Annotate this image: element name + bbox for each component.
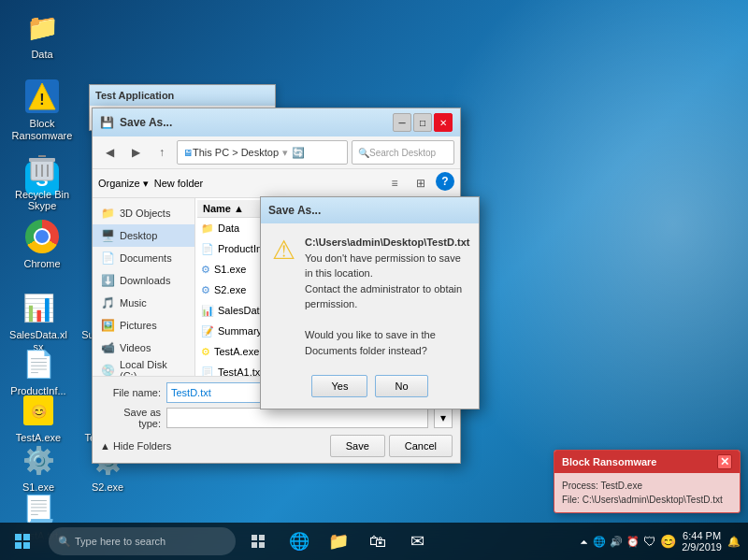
notify-file: File: C:\Users\admin\Desktop\TestD.txt [562,493,732,507]
permission-message1: You don't have permission to save in thi… [305,251,469,281]
search-icon: 🔍 [58,536,71,548]
organize-button[interactable]: Organize ▾ [98,178,149,190]
tray-volume-icon[interactable]: 🔊 [610,536,623,548]
svg-rect-17 [252,542,257,548]
location-text: This PC > Desktop [193,147,279,158]
permission-buttons: Yes No [261,369,479,409]
desktop-icon-nav: 🖥️ [100,228,115,243]
desktop: 📁 Data ! Block Ransomware S Skype [0,0,748,560]
task-view-button[interactable] [239,523,277,560]
search-placeholder: Search Desktop [369,148,436,158]
icon-label-s2-exe: S2.exe [92,481,123,494]
notify-title: Block Ransomware [562,456,656,467]
warning-icon: ⚠ [272,235,295,358]
local-c-icon: 💿 [100,363,115,376]
tray-ransomware-icon[interactable]: 🛡 [643,534,656,549]
permission-path: C:\Users\admin\Desktop\TestD.txt [305,235,469,251]
no-button[interactable]: No [375,375,427,397]
system-tray: ⏶ 🌐 🔊 ⏰ 🛡 😊 [580,534,676,549]
taskbar: 🔍 Type here to search 🌐 📁 🛍 ✉ ⏶ 🌐 🔊 [0,523,748,560]
savetype-dropdown[interactable]: ▾ [434,408,453,428]
date-display: 2/9/2019 [682,541,722,553]
save-as-titlebar: 💾 Save As... ─ □ ✕ [93,108,460,136]
search-bar[interactable]: 🔍 Search Desktop [352,140,454,165]
notify-close-button[interactable]: ✕ [717,454,732,469]
dialog-maximize-button[interactable]: □ [413,113,432,132]
nav-downloads[interactable]: ⬇️ Downloads [93,269,194,292]
start-button[interactable] [0,523,45,560]
icon-label-recycle-bin: Recycle Bin [15,189,69,201]
yes-button[interactable]: Yes [311,375,367,397]
notify-process: Process: TestD.exe [562,479,732,493]
back-button[interactable]: ◀ [98,141,121,164]
svg-rect-16 [259,535,265,540]
taskbar-edge-icon[interactable]: 🌐 [280,523,318,560]
dialog-toolbar2: Organize ▾ New folder ≡ ⊞ ? [93,169,460,198]
taskbar-search[interactable]: 🔍 Type here to search [49,527,236,555]
svg-text:!: ! [39,92,44,108]
dialog-window-controls: ─ □ ✕ [393,113,453,132]
taskbar-clock[interactable]: 6:44 PM 2/9/2019 [682,530,722,553]
hide-folders-toggle[interactable]: ▲ Hide Folders [100,440,171,452]
taskbar-folder-icon[interactable]: 📁 [320,523,357,560]
notify-header: Block Ransomware ✕ [554,451,740,473]
up-button[interactable]: ↑ [151,141,173,164]
help-button[interactable]: ? [436,172,454,191]
notify-body: Process: TestD.exe File: C:\Users\admin\… [554,473,740,512]
nav-local-c[interactable]: 💿 Local Disk (C:) [93,359,194,376]
ransomware-notification[interactable]: Block Ransomware ✕ Process: TestD.exe Fi… [554,450,741,513]
time-display: 6:44 PM [682,530,722,541]
3d-icon: 📁 [100,206,115,221]
view-mode-button[interactable]: ≡ [383,172,406,194]
save-button[interactable]: Save [330,435,385,457]
cancel-button[interactable]: Cancel [389,435,453,457]
taskbar-right: ⏶ 🌐 🔊 ⏰ 🛡 😊 6:44 PM 2/9/2019 🔔 [580,530,748,553]
svg-rect-15 [252,535,257,540]
desktop-icon-data[interactable]: 📁 Data [5,5,79,65]
permission-text: C:\Users\admin\Desktop\TestD.txt You don… [305,235,469,358]
permission-title: Save As... [268,204,321,217]
tray-smiley-icon[interactable]: 😊 [660,534,676,549]
tray-network-icon[interactable]: 🌐 [593,536,606,548]
desktop-icon-chrome[interactable]: Chrome [5,214,79,274]
save-as-title-text: 💾 Save As... [100,116,172,129]
search-placeholder-text: Type here to search [75,536,165,547]
nav-documents[interactable]: 📄 Documents [93,247,194,269]
forward-button[interactable]: ▶ [124,141,147,164]
permission-titlebar: Save As... [261,197,479,223]
test-app-titlebar: Test Application [90,85,275,106]
pictures-icon: 🖼️ [100,318,115,333]
tray-up-arrow[interactable]: ⏶ [580,537,589,547]
svg-rect-18 [259,542,265,548]
test-app-title: Test Application [95,90,174,101]
location-bar[interactable]: 🖥 This PC > Desktop ▾ 🔄 [177,140,348,165]
taskbar-store-icon[interactable]: 🛍 [359,523,396,560]
notification-button[interactable]: 🔔 [727,536,741,548]
icon-label-chrome: Chrome [23,258,60,270]
view-options-button[interactable]: ⊞ [410,172,432,194]
desktop-icon-block-ransomware[interactable]: ! Block Ransomware [5,74,79,146]
nav-3d-objects[interactable]: 📁 3D Objects [93,202,194,224]
videos-icon: 📹 [100,340,115,355]
dialog-footer-buttons: ▲ Hide Folders Save Cancel [100,435,453,457]
nav-pictures[interactable]: 🖼️ Pictures [93,314,194,337]
new-folder-button[interactable]: New folder [154,178,204,189]
desktop-icon-recycle-bin[interactable]: Recycle Bin [5,145,79,205]
permission-body: ⚠ C:\Users\admin\Desktop\TestD.txt You d… [261,223,479,369]
dialog-minimize-button[interactable]: ─ [393,113,411,132]
taskbar-apps: 🌐 📁 🛍 ✉ [280,523,436,560]
tray-time-icon[interactable]: ⏰ [626,536,640,548]
savetype-label: Save as type: [100,407,161,429]
nav-panel: 📁 3D Objects 🖥️ Desktop 📄 Documents ⬇️ D… [93,198,195,376]
svg-text:😊: 😊 [31,404,48,420]
permission-dialog[interactable]: Save As... ⚠ C:\Users\admin\Desktop\Test… [260,196,480,409]
save-cancel-buttons: Save Cancel [330,435,453,457]
savetype-input[interactable] [166,408,428,428]
dialog-close-button[interactable]: ✕ [434,113,453,132]
nav-music[interactable]: 🎵 Music [93,292,194,314]
permission-message3: Would you like to save in the Documents … [305,327,469,358]
nav-desktop[interactable]: 🖥️ Desktop [93,224,194,247]
music-icon: 🎵 [100,295,115,310]
taskbar-mail-icon[interactable]: ✉ [398,523,436,560]
nav-videos[interactable]: 📹 Videos [93,337,194,359]
